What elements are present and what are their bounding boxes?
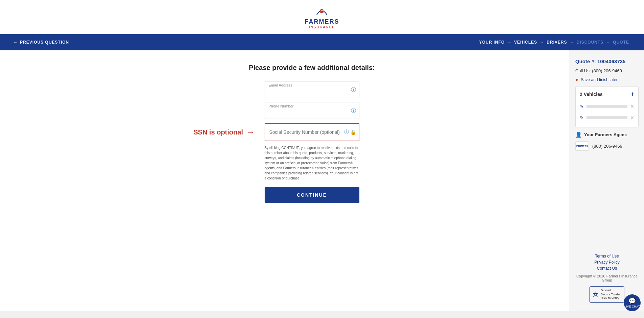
nav-steps: YOUR INFO → VEHICLES → DRIVERS → DISCOUN…	[478, 40, 630, 45]
agent-title-text: Your Farmers Agent:	[584, 132, 627, 137]
step-your-info[interactable]: YOUR INFO	[478, 40, 506, 45]
prev-question-label: PREVIOUS QUESTION	[20, 40, 69, 45]
digicert-line2: Secure Trusted	[601, 293, 621, 297]
agent-phone: (800) 206-9469	[592, 144, 622, 149]
call-us: Call Us: (800) 206-9469	[575, 68, 622, 73]
email-input[interactable]	[265, 81, 359, 98]
step-arrow-3: →	[570, 40, 574, 45]
digicert-text: Digicert Secure Trusted Click to Verify	[601, 289, 621, 300]
step-drivers[interactable]: DRIVERS	[545, 40, 568, 45]
ssn-annotation: SSN is optional →	[194, 127, 255, 137]
content-area: Please provide a few additional details:…	[0, 50, 570, 311]
nav-bar: ← PREVIOUS QUESTION YOUR INFO → VEHICLES…	[0, 34, 644, 50]
logo-subtext: INSURANCE	[309, 25, 335, 29]
agent-logo: FARMERS	[575, 141, 589, 151]
ssn-help-icon[interactable]: ⓘ	[344, 129, 349, 135]
prev-question-link[interactable]: ← PREVIOUS QUESTION	[14, 40, 69, 45]
live-chat-button[interactable]: 💬 LIVE CHAT	[624, 294, 641, 311]
quote-number: Quote #: 1004063735	[575, 58, 625, 64]
add-vehicle-button[interactable]: +	[630, 91, 634, 98]
agent-section: 👤 Your Farmers Agent: FARMERS (800) 206-…	[575, 131, 639, 151]
step-arrow-4: →	[606, 40, 610, 45]
sidebar: Quote #: 1004063735 Call Us: (800) 206-9…	[570, 50, 644, 311]
vehicles-box: 2 Vehicles + ✎ ✕ ✎ ✕	[575, 86, 639, 127]
vehicles-count: 2 Vehicles	[580, 92, 603, 97]
phone-group: Phone Number ⓘ	[265, 102, 359, 119]
header: FARMERS INSURANCE	[0, 0, 644, 34]
live-chat-icon: 💬	[628, 297, 636, 305]
copyright-text: Copyright © 2018 Farmers Insurance Group	[575, 274, 639, 282]
remove-vehicle-2-icon[interactable]: ✕	[630, 115, 634, 120]
remove-vehicle-1-icon[interactable]: ✕	[630, 104, 634, 109]
terms-of-use-link[interactable]: Terms of Use	[595, 254, 619, 259]
vehicle-row-2: ✎ ✕	[580, 112, 634, 123]
phone-help-icon[interactable]: ⓘ	[351, 107, 356, 114]
digicert-badge[interactable]: ⛤ Digicert Secure Trusted Click to Verif…	[590, 286, 624, 303]
save-later-link[interactable]: ► Save and finish later	[575, 77, 618, 82]
step-discounts[interactable]: DISCOUNTS	[575, 40, 605, 45]
email-help-icon[interactable]: ⓘ	[351, 87, 356, 93]
save-later-label: Save and finish later	[581, 77, 618, 82]
ssn-lock-icon: 🔒	[350, 129, 356, 135]
contact-us-link[interactable]: Contact Us	[597, 266, 617, 271]
agent-row: FARMERS (800) 206-9469	[575, 141, 639, 151]
step-arrow-2: →	[540, 40, 544, 45]
disclaimer-text: By clicking CONTINUE, you agree to recei…	[265, 145, 359, 181]
email-group: Email Address ⓘ	[265, 81, 359, 98]
ssn-arrow-icon: →	[246, 127, 254, 137]
digicert-line1: Digicert	[601, 289, 621, 293]
agent-person-icon: 👤	[575, 131, 582, 138]
digicert-line3: Click to Verify	[601, 296, 621, 300]
privacy-policy-link[interactable]: Privacy Policy	[594, 260, 620, 265]
phone-input[interactable]	[265, 102, 359, 119]
digicert-shield-icon: ⛤	[593, 291, 599, 298]
step-arrow-1: →	[507, 40, 511, 45]
agent-title: 👤 Your Farmers Agent:	[575, 131, 639, 138]
step-quote[interactable]: QUOTE	[612, 40, 630, 45]
logo: FARMERS INSURANCE	[305, 5, 339, 29]
ssn-annotation-text: SSN is optional	[194, 128, 243, 136]
save-later-arrow: ►	[575, 77, 579, 82]
ssn-group: ⓘ 🔒	[265, 123, 359, 141]
farmers-logo-icon	[312, 5, 332, 18]
edit-vehicle-1-icon[interactable]: ✎	[580, 104, 584, 109]
vehicle-1-placeholder	[586, 105, 627, 108]
logo-name: FARMERS	[305, 18, 339, 25]
edit-vehicle-2-icon[interactable]: ✎	[580, 115, 584, 120]
vehicle-row-1: ✎ ✕	[580, 101, 634, 112]
arrow-left-icon: ←	[14, 40, 18, 45]
ssn-wrapper: SSN is optional → ⓘ 🔒	[265, 123, 359, 141]
page-title: Please provide a few additional details:	[249, 64, 375, 72]
vehicle-2-placeholder	[586, 116, 627, 119]
continue-button[interactable]: CONTINUE	[265, 187, 359, 203]
form-wrapper: Email Address ⓘ Phone Number ⓘ SSN is op…	[265, 81, 359, 203]
main-layout: Please provide a few additional details:…	[0, 50, 644, 311]
live-chat-label: LIVE CHAT	[624, 305, 640, 308]
ssn-icons: ⓘ 🔒	[344, 129, 356, 135]
step-vehicles[interactable]: VEHICLES	[513, 40, 538, 45]
vehicles-header: 2 Vehicles +	[580, 91, 634, 98]
